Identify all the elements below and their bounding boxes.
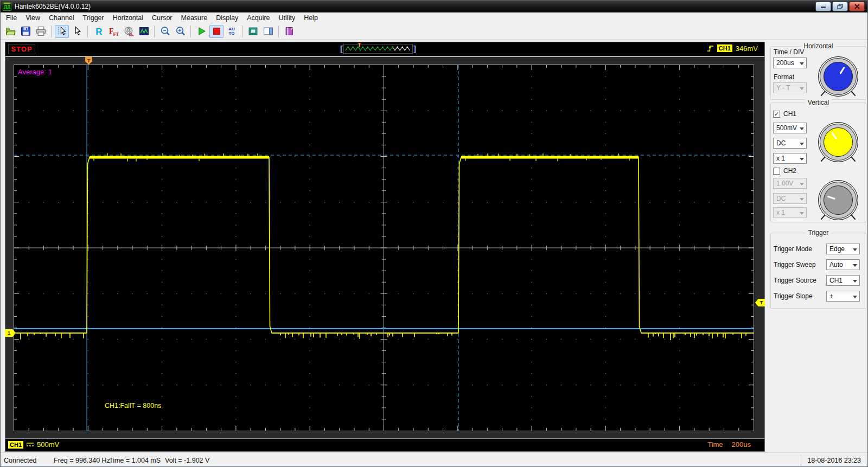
horizontal-group-title: Horizontal: [801, 42, 835, 50]
side-panel-button[interactable]: [261, 25, 275, 38]
trigger-mode-label: Trigger Mode: [774, 245, 812, 253]
full-screen-icon: [248, 26, 258, 36]
preview-right-bracket: ]: [413, 44, 416, 54]
format-label: Format: [774, 73, 794, 81]
chevron-down-icon: [800, 143, 804, 145]
chevron-down-icon: [853, 264, 857, 267]
ch1-probe-select[interactable]: x 1: [773, 153, 807, 164]
time-measure-readout: Time = 1.004 mS: [109, 457, 161, 464]
menu-view[interactable]: View: [21, 13, 44, 23]
menu-help[interactable]: Help: [299, 13, 322, 23]
fft-button[interactable]: F FT: [106, 25, 120, 38]
print-button[interactable]: [34, 25, 48, 38]
ch1-label: CH1: [783, 110, 796, 118]
trigger-mode-select[interactable]: Edge: [826, 244, 860, 254]
menu-cursor[interactable]: Cursor: [148, 13, 177, 23]
refresh-button[interactable]: R: [91, 25, 105, 38]
stop-button[interactable]: [209, 25, 224, 38]
svg-text:FT: FT: [113, 31, 119, 36]
trigger-level-value: 346mV: [736, 44, 758, 53]
time-div-select[interactable]: 200us: [773, 57, 807, 68]
timebase-label: Time: [707, 440, 723, 449]
trigger-group-title: Trigger: [806, 229, 832, 236]
ch2-checkbox[interactable]: [773, 168, 780, 175]
trigger-position-preview[interactable]: [ ] T: [340, 43, 422, 54]
knob-pointer: [831, 132, 837, 140]
zoom-in-button[interactable]: [173, 25, 187, 38]
ch1-checkbox[interactable]: ✓: [773, 111, 780, 118]
timebase-readout: Time 200us: [707, 440, 751, 449]
cursor-measure-button[interactable]: [55, 25, 69, 38]
chevron-down-icon: [800, 158, 804, 161]
knob-pointer: [839, 66, 845, 74]
arrow-cursor-icon: [72, 26, 82, 36]
restore-button[interactable]: [832, 2, 848, 11]
start-button[interactable]: [194, 25, 208, 38]
trigger-sweep-select[interactable]: Auto: [826, 259, 860, 270]
zoom-out-button[interactable]: [158, 25, 172, 38]
chevron-down-icon: [800, 183, 804, 185]
chevron-down-icon: [800, 198, 804, 201]
waveform-window-button[interactable]: [137, 25, 151, 38]
title-bar: Hantek6052BE(V4.0.0.12): [1, 1, 867, 12]
trigger-position-marker[interactable]: T: [85, 57, 92, 65]
trigger-source-select[interactable]: CH1: [826, 275, 860, 286]
select-cursor-icon: [57, 26, 67, 36]
print-icon: [36, 26, 46, 36]
ch2-volt-select: 1.00V: [773, 178, 807, 189]
chevron-down-icon: [853, 280, 857, 283]
horizontal-position-knob[interactable]: [818, 56, 858, 97]
trigger-level-marker[interactable]: T: [755, 299, 765, 306]
app-icon: [3, 2, 11, 11]
channel1-readout: CH1 500mV: [8, 440, 59, 449]
toolbar-separator: [87, 25, 88, 37]
ch1-coupling-select[interactable]: DC: [773, 138, 807, 149]
record-button[interactable]: [122, 25, 136, 38]
ch1-position-knob[interactable]: [818, 122, 858, 162]
trigger-sweep-label: Trigger Sweep: [774, 261, 816, 268]
autoset-button[interactable]: AUTO: [225, 25, 239, 38]
close-button[interactable]: [849, 2, 865, 11]
menu-display[interactable]: Display: [212, 13, 242, 23]
fullscreen-button[interactable]: [246, 25, 260, 38]
ch2-probe-select: x 1: [773, 207, 807, 218]
app-window: Hantek6052BE(V4.0.0.12) File View Channe…: [0, 0, 868, 467]
menu-measure[interactable]: Measure: [177, 13, 212, 23]
menu-horizontal[interactable]: Horizontal: [108, 13, 148, 23]
scope-top-bar: STOP [ ] T CH1 346mV: [5, 42, 764, 56]
ch1-volt-select[interactable]: 500mV: [773, 123, 807, 133]
chevron-down-icon: [800, 127, 804, 130]
open-button[interactable]: [3, 25, 17, 38]
toolbar-separator: [278, 25, 279, 37]
trigger-slope-select[interactable]: +: [826, 291, 860, 302]
knob-pointer: [827, 196, 835, 200]
zoom-in-icon: [175, 26, 186, 36]
ch2-position-knob[interactable]: [818, 180, 858, 220]
ch2-label: CH2: [783, 167, 796, 175]
save-button[interactable]: [18, 25, 33, 38]
help-button[interactable]: [282, 25, 296, 38]
start-icon: [196, 26, 207, 36]
vertical-group-title: Vertical: [805, 99, 832, 106]
timebase-value: 200us: [732, 440, 751, 449]
channel1-badge: CH1: [8, 441, 23, 449]
menu-acquire[interactable]: Acquire: [242, 13, 274, 23]
trigger-channel-badge: CH1: [717, 44, 732, 52]
menu-trigger[interactable]: Trigger: [79, 13, 108, 23]
minimize-icon: [820, 4, 826, 9]
freq-readout: Freq = 996.340 Hz: [54, 457, 110, 464]
preview-trigger-marker[interactable]: T: [358, 42, 361, 48]
pointer-button[interactable]: [70, 25, 84, 38]
menu-utility[interactable]: Utility: [275, 13, 300, 23]
toolbar-separator: [242, 25, 242, 37]
toolbar-separator: [51, 25, 52, 37]
menu-file[interactable]: File: [2, 13, 21, 23]
preview-left-bracket: [: [340, 44, 343, 54]
minimize-button[interactable]: [815, 2, 831, 11]
waveform-window-icon: [139, 26, 149, 36]
menu-channel[interactable]: Channel: [44, 13, 79, 23]
trigger-slope-label: Trigger Slope: [774, 292, 813, 300]
scope-bottom-bar: CH1 500mV Time 200us: [5, 438, 764, 451]
datetime: 18-08-2016 23:23: [807, 457, 861, 464]
average-label: Average: 1: [18, 68, 52, 76]
